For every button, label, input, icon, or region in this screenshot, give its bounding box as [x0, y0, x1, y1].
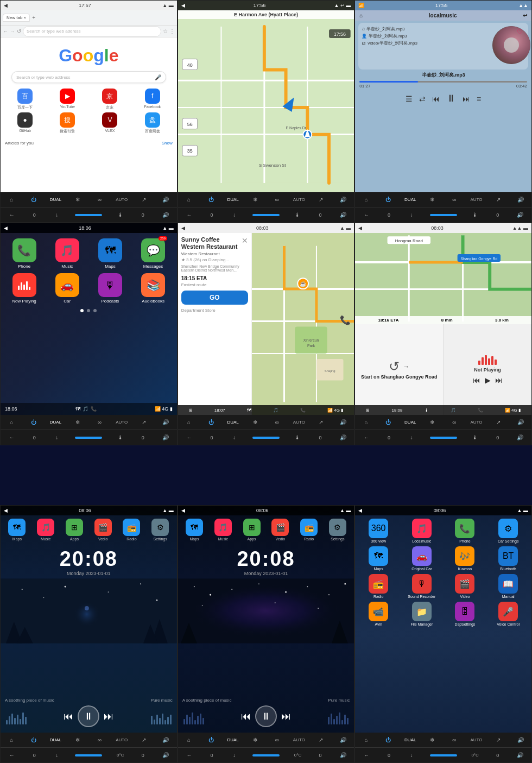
track1[interactable]: ♫半壶纱_刘珂矣.mp3: [362, 26, 490, 32]
home-icon[interactable]: ⌂: [7, 196, 16, 204]
m-vol-icon[interactable]: 🔊: [516, 196, 525, 204]
night2-prev-icon[interactable]: ⏮: [241, 711, 251, 722]
google-search-box[interactable]: Search or type web address 🎤: [11, 71, 166, 83]
heart-icon[interactable]: ♡: [517, 28, 523, 36]
cp-phone2-icon[interactable]: 📞: [91, 406, 97, 412]
app-360view[interactable]: 360 360 view: [358, 519, 398, 543]
power-icon[interactable]: ⏻: [29, 196, 38, 204]
down-icon[interactable]: ↓: [53, 211, 61, 219]
shortcut-github[interactable]: ● GitHub: [5, 112, 45, 134]
nav3-grid-icon[interactable]: ⊞: [366, 408, 370, 413]
app-avin[interactable]: 📹 Avin: [358, 602, 398, 626]
volume-icon[interactable]: 🔊: [161, 196, 170, 204]
app-phone[interactable]: 📞 Phone: [445, 519, 485, 543]
nav2-back-icon[interactable]: ◀: [181, 225, 185, 231]
back-icon[interactable]: ◀: [4, 3, 8, 8]
shuffle-icon[interactable]: ⇄: [419, 94, 426, 103]
cp-car-app[interactable]: 🚗 Car: [48, 273, 86, 304]
shortcut-search[interactable]: 搜 搜索引擎: [47, 112, 87, 134]
n1-power-icon[interactable]: ⏻: [207, 196, 216, 204]
shortcut-youtube[interactable]: ▶ YouTube: [47, 89, 87, 110]
app-maps[interactable]: 🗺 Maps: [358, 546, 398, 571]
app-file-manager[interactable]: 📁 File Manager: [402, 602, 442, 626]
nav-forward[interactable]: →: [10, 28, 15, 34]
nav3-phone-icon[interactable]: 📞: [478, 408, 483, 413]
cp-audiobooks-app[interactable]: 📚 Audiobooks: [134, 273, 172, 304]
speaker-icon[interactable]: 🔊: [161, 211, 170, 219]
night1-prev-icon[interactable]: ⏮: [64, 711, 73, 722]
nav3-play-icon[interactable]: ▶: [485, 376, 491, 384]
night1-next-icon[interactable]: ⏭: [104, 711, 113, 722]
cp-phone-app[interactable]: 📞 Phone: [5, 238, 43, 269]
m-loop-icon[interactable]: ∞: [450, 196, 459, 204]
m-slider[interactable]: [430, 214, 457, 216]
nav3-next-icon[interactable]: ⏭: [495, 376, 503, 384]
app-manual[interactable]: 📖 Manual: [488, 574, 528, 598]
night2-radio-app[interactable]: 📻 Radio: [300, 519, 318, 541]
n1-snow-icon[interactable]: ❄: [251, 196, 259, 204]
app-sound-recorder[interactable]: 🎙 Sound Recorder: [402, 574, 442, 598]
pause-icon[interactable]: ⏸: [446, 93, 456, 104]
address-input[interactable]: Search or type web address: [23, 26, 161, 37]
night1-back-icon[interactable]: ◀: [4, 508, 8, 513]
playlist-icon[interactable]: ☰: [406, 94, 413, 103]
night3-back-icon[interactable]: ◀: [358, 508, 362, 513]
nav-refresh[interactable]: ↺: [17, 28, 21, 34]
voice-search-icon[interactable]: 🎤: [155, 74, 161, 80]
nav3-music-icon[interactable]: 🎵: [451, 408, 456, 413]
app-voice-control[interactable]: 🎤 Voice Control: [488, 602, 528, 626]
app-localmusic[interactable]: 🎵 Localmusic: [402, 519, 442, 543]
m-snow-icon[interactable]: ❄: [428, 196, 436, 204]
bookmark-icon[interactable]: ☆: [163, 28, 168, 34]
poi-call-icon[interactable]: 📞: [340, 315, 351, 325]
app-car-settings[interactable]: ⚙ Car Settings: [488, 519, 528, 543]
app-dsp-settings[interactable]: 🎛 DspSettings: [445, 602, 485, 626]
app-bluetooth[interactable]: BT Bluetooth: [488, 546, 528, 571]
track2[interactable]: 👤半壶纱_刘珂矣.mp3: [362, 33, 490, 39]
nav2-map-icon[interactable]: 🗺: [247, 408, 251, 413]
night2-pause-btn[interactable]: ⏸: [255, 705, 277, 727]
cp-ctrl-power[interactable]: ⏻: [29, 418, 38, 427]
cp-music2-icon[interactable]: 🎵: [83, 406, 88, 412]
nav-icon[interactable]: ↗: [140, 196, 148, 204]
night1-pause-btn[interactable]: ⏸: [78, 705, 99, 727]
night2-settings-app[interactable]: ⚙ Settings: [329, 519, 346, 541]
music-expand-icon[interactable]: ▲▲: [518, 3, 528, 8]
app-original-car[interactable]: 🚗 Original Car: [402, 546, 442, 571]
night1-maps-app[interactable]: 🗺 Maps: [8, 519, 26, 541]
shortcut-baidu[interactable]: 百 百度一下: [5, 89, 45, 110]
night1-video-app[interactable]: 🎬 Vedio: [94, 519, 112, 541]
back-nav-icon[interactable]: ←: [8, 211, 16, 219]
nav1-back-icon[interactable]: ◀: [181, 3, 185, 8]
slider-bar[interactable]: [75, 214, 102, 216]
track3[interactable]: 🗂video/半壶纱_刘珂矣.mp3: [362, 40, 490, 46]
cp-map-icon[interactable]: 🗺: [75, 406, 80, 412]
app-video[interactable]: 🎬 Video: [445, 574, 485, 598]
night2-maps-app[interactable]: 🗺 Maps: [186, 519, 203, 541]
n1-nav-icon[interactable]: ↗: [316, 196, 325, 204]
cp-nowplaying-app[interactable]: Now Playing: [5, 273, 43, 304]
music-back-icon[interactable]: ↩: [523, 12, 527, 18]
nav2-music-icon[interactable]: 🎵: [273, 408, 278, 413]
nav2-grid-icon[interactable]: ⊞: [189, 408, 193, 413]
app-radio[interactable]: 📻 Radio: [358, 574, 398, 598]
cp-maps-app[interactable]: 🗺 Maps: [91, 238, 129, 269]
night2-next-icon[interactable]: ⏭: [281, 711, 291, 722]
add-tab-icon[interactable]: +: [32, 15, 35, 21]
night2-video-app[interactable]: 🎬 Vedio: [271, 519, 289, 541]
m-home-icon[interactable]: ⌂: [362, 196, 371, 204]
night1-settings-app[interactable]: ⚙ Settings: [151, 519, 169, 541]
cp-podcasts-app[interactable]: 🎙 Podcasts: [91, 273, 129, 304]
shortcut-vlex[interactable]: V VLEX: [90, 112, 130, 134]
m-nav-icon[interactable]: ↗: [494, 196, 503, 204]
n1-slider[interactable]: [252, 214, 280, 216]
n1-back-icon[interactable]: ←: [185, 211, 193, 219]
poi-close-icon[interactable]: ✕: [242, 236, 248, 245]
music-progress-bar[interactable]: [359, 81, 527, 83]
nav2-phone-icon[interactable]: 📞: [300, 408, 306, 413]
cp-music-app[interactable]: 🎵 Music: [48, 238, 86, 269]
n1-vol-icon[interactable]: 🔊: [339, 196, 347, 204]
more-icon[interactable]: ⋮: [169, 28, 175, 34]
poi-go-button[interactable]: GO: [181, 291, 248, 305]
shortcut-jd[interactable]: 京 京东: [90, 89, 130, 110]
